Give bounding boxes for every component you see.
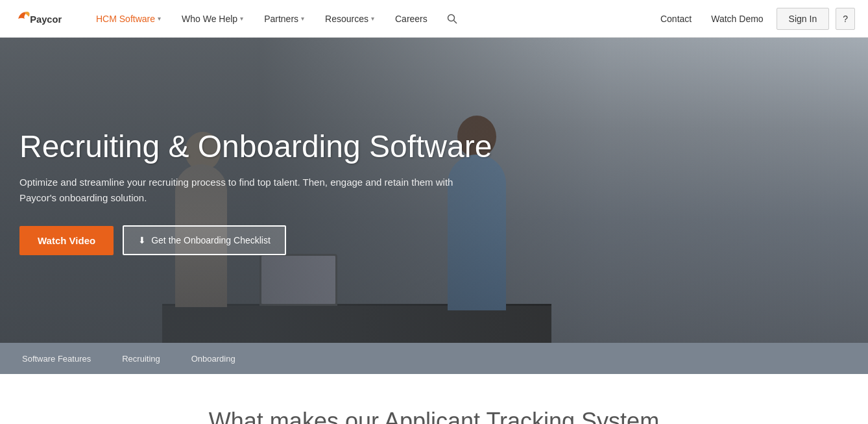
hero-content: Recruiting & Onboarding Software Optimiz…	[19, 129, 492, 255]
sub-nav-onboarding[interactable]: Onboarding	[189, 343, 238, 374]
watch-video-button[interactable]: Watch Video	[19, 226, 114, 255]
logo[interactable]: Paycor	[13, 7, 71, 31]
download-icon: ⬇	[138, 235, 146, 245]
nav-item-careers[interactable]: Careers	[386, 0, 437, 38]
sign-in-button[interactable]: Sign In	[777, 8, 830, 30]
sub-nav-recruiting[interactable]: Recruiting	[119, 343, 163, 374]
nav-item-resources[interactable]: Resources ▾	[316, 0, 383, 38]
bottom-section: What makes our Applicant Tracking System…	[0, 374, 868, 424]
contact-link[interactable]: Contact	[654, 14, 698, 24]
help-button[interactable]: ?	[836, 8, 855, 30]
nav-item-partners[interactable]: Partners ▾	[255, 0, 313, 38]
chevron-down-icon: ▾	[158, 15, 161, 22]
search-icon[interactable]	[439, 0, 465, 38]
hero-section: Recruiting & Onboarding Software Optimiz…	[0, 38, 868, 343]
chevron-down-icon: ▾	[301, 15, 304, 22]
svg-point-1	[448, 14, 454, 21]
checklist-label: Get the Onboarding Checklist	[151, 235, 271, 245]
hero-subtitle: Optimize and streamline your recruiting …	[19, 175, 461, 206]
get-checklist-button[interactable]: ⬇ Get the Onboarding Checklist	[123, 225, 286, 255]
navbar-right: Contact Watch Demo Sign In ?	[654, 8, 855, 30]
chevron-down-icon: ▾	[371, 15, 374, 22]
hero-title: Recruiting & Onboarding Software	[19, 129, 492, 164]
sub-nav-software-features[interactable]: Software Features	[19, 343, 93, 374]
svg-line-2	[453, 20, 457, 23]
watch-demo-link[interactable]: Watch Demo	[705, 14, 769, 24]
nav-item-hcm-software[interactable]: HCM Software ▾	[87, 0, 170, 38]
sub-nav: Software Features Recruiting Onboarding	[0, 343, 868, 374]
hero-buttons: Watch Video ⬇ Get the Onboarding Checkli…	[19, 225, 492, 255]
nav-links: HCM Software ▾ Who We Help ▾ Partners ▾ …	[87, 0, 654, 38]
bottom-heading: What makes our Applicant Tracking System…	[207, 406, 661, 424]
chevron-down-icon: ▾	[240, 15, 243, 22]
svg-text:Paycor: Paycor	[30, 14, 62, 24]
nav-item-who-we-help[interactable]: Who We Help ▾	[173, 0, 252, 38]
navbar: Paycor HCM Software ▾ Who We Help ▾ Part…	[0, 0, 868, 38]
